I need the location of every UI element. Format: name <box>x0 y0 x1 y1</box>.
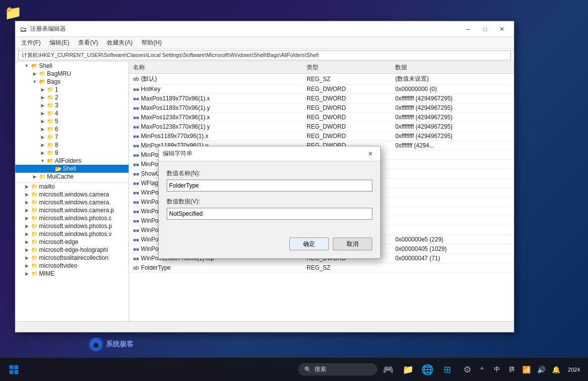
menu-edit[interactable]: 编辑(E) <box>45 38 73 48</box>
cell-data: 0x00000047 (71) <box>391 254 514 263</box>
tree-item-1[interactable]: ▶ 📁 1 <box>15 86 129 94</box>
cell-data <box>391 226 514 235</box>
tray-ime-zh[interactable]: 中 <box>491 364 503 376</box>
taskbar-right: ^ 中 拼 📶 🔊 🔔 2024 <box>476 364 588 376</box>
tree-item-6[interactable]: ▶ 📁 6 <box>15 125 129 133</box>
tray-ime-pin[interactable]: 拼 <box>506 364 518 376</box>
taskbar: 🔍 搜索 🎮 📁 🌐 ⊞ ⚙ <box>0 357 588 381</box>
tree-item-mime[interactable]: ▶ 📁 MIME <box>15 270 129 278</box>
tree-item-shell-selected[interactable]: 📂 Shell <box>15 165 129 173</box>
address-path[interactable]: 计算机\HKEY_CURRENT_USER\Software\Classes\L… <box>18 50 511 60</box>
expand-icon: ▶ <box>23 238 30 245</box>
tray-chevron[interactable]: ^ <box>476 364 488 376</box>
tree-item-mailto[interactable]: ▶ 📁 mailto <box>15 183 129 190</box>
ok-button[interactable]: 确定 <box>289 238 329 250</box>
tree-item-allfolders[interactable]: ▼ 📂 AllFolders <box>15 157 129 165</box>
cell-name: ■■MaxPos1238x770x96(1).x <box>129 113 303 122</box>
svg-rect-0 <box>9 365 13 369</box>
tree-item-shell[interactable]: ▼ 📂 Shell <box>15 62 129 70</box>
table-row[interactable]: ■■MaxPos1189x770x96(1).x REG_DWORD 0xfff… <box>129 94 514 103</box>
name-input[interactable] <box>167 180 372 191</box>
tree-item-7[interactable]: ▶ 📁 7 <box>15 133 129 141</box>
menu-view[interactable]: 查看(V) <box>74 38 102 48</box>
tree-item-2[interactable]: ▶ 📁 2 <box>15 94 129 101</box>
table-row[interactable]: ■■MaxPos1238x770x96(1).x REG_DWORD 0xfff… <box>129 113 514 122</box>
expand-icon: ▼ <box>39 157 46 164</box>
watermark: ◉ 系统极客 <box>89 337 134 351</box>
tree-item-msedge2[interactable]: ▶ 📁 microsoft-edge-holographi <box>15 246 129 254</box>
table-row[interactable]: ■■HotKey REG_DWORD 0x00000000 (0) <box>129 85 514 94</box>
tree-item-9[interactable]: ▶ 📁 9 <box>15 149 129 157</box>
menu-file[interactable]: 文件(F) <box>17 38 45 48</box>
menu-favorites[interactable]: 收藏夹(A) <box>103 38 136 48</box>
folder-icon: 📁 <box>31 183 38 190</box>
tree-item-msphotos1[interactable]: ▶ 📁 microsoft.windows.photos.c <box>15 214 129 222</box>
taskbar-icon-store[interactable]: ⊞ <box>439 361 456 379</box>
tree-label: Shell <box>39 62 52 69</box>
tree-item-mssolitaire[interactable]: ▶ 📁 microsoftsolitairecollection <box>15 254 129 262</box>
data-input[interactable] <box>167 208 372 220</box>
table-row[interactable]: ■■MinPos1189x770x96(1).x REG_DWORD 0xfff… <box>129 132 514 141</box>
folder-icon: 📁 <box>47 142 54 148</box>
tray-volume[interactable]: 🔊 <box>536 364 547 376</box>
cell-data <box>391 207 514 216</box>
folder-icon: 📁 <box>31 262 38 269</box>
taskbar-icon-folder[interactable]: 📁 <box>399 361 417 379</box>
tree-label: microsoft.windows.photos.v <box>39 231 112 238</box>
cancel-button[interactable]: 取消 <box>333 238 372 250</box>
tree-item-muicache[interactable]: ▶ 📁 MuiCache <box>15 173 129 181</box>
svg-rect-3 <box>14 370 18 374</box>
search-placeholder: 搜索 <box>315 365 326 374</box>
cell-data <box>391 150 514 160</box>
start-button[interactable] <box>5 361 23 379</box>
expand-icon: ▼ <box>31 78 38 85</box>
settings-icon: ⚙ <box>463 364 471 375</box>
data-label: 数值数据(V): <box>167 197 372 206</box>
tree-item-mscamera3[interactable]: ▶ 📁 microsoft.windows.camera.p <box>15 206 129 214</box>
tree-item-3[interactable]: ▶ 📁 3 <box>15 101 129 109</box>
tree-item-8[interactable]: ▶ 📁 8 <box>15 141 129 149</box>
menu-help[interactable]: 帮助(H) <box>137 38 166 48</box>
data-field: 数值数据(V): <box>167 197 372 220</box>
watermark-text: 系统极客 <box>106 340 134 349</box>
dialog-titlebar: 编辑字符串 ✕ <box>159 146 380 161</box>
table-row[interactable]: ■■MaxPos1238x770x96(1).y REG_DWORD 0xfff… <box>129 122 514 132</box>
tree-item-msphotos2[interactable]: ▶ 📁 microsoft.windows.photos.p <box>15 222 129 230</box>
tray-battery[interactable]: 🔔 <box>550 364 562 376</box>
table-row[interactable]: abFolderType REG_SZ <box>129 263 514 273</box>
maximize-button[interactable]: □ <box>477 23 493 35</box>
tree-label: microsoft.windows.photos.c <box>39 215 112 222</box>
tree-item-mscamera[interactable]: ▶ 📁 microsoft.windows.camera <box>15 190 129 198</box>
expand-icon: ▶ <box>23 262 30 269</box>
table-row[interactable]: ab(默认) REG_SZ (数值未设置) <box>129 74 514 85</box>
tree-item-bags[interactable]: ▼ 📂 Bags <box>15 78 129 86</box>
tree-item-5[interactable]: ▶ 📁 5 <box>15 117 129 125</box>
tray-network[interactable]: 📶 <box>521 364 533 376</box>
cell-data: 0xffffffff (4294967295) <box>391 132 514 141</box>
table-row[interactable]: ■■MaxPos1189x770x96(1).y REG_DWORD 0xfff… <box>129 103 514 113</box>
tree-item-msvideo[interactable]: ▶ 📁 microsoftvideo <box>15 262 129 270</box>
taskbar-icon-settings[interactable]: ⚙ <box>458 361 476 379</box>
taskbar-search[interactable]: 🔍 搜索 <box>298 363 377 376</box>
tree-label: microsoft.windows.camera <box>39 191 109 198</box>
desktop-folder[interactable]: 📁 <box>2 2 24 23</box>
minimize-button[interactable]: ─ <box>460 23 476 35</box>
cell-data: 0x00000405 (1029) <box>391 244 514 254</box>
tree-label: 9 <box>55 149 58 156</box>
expand-icon: ▶ <box>39 142 46 148</box>
tree-item-4[interactable]: ▶ 📁 4 <box>15 109 129 117</box>
cell-name: abFolderType <box>129 263 303 273</box>
dialog-close-button[interactable]: ✕ <box>364 149 376 159</box>
taskbar-icon-file-manager[interactable]: 🎮 <box>379 361 397 379</box>
tree-item-mscamera2[interactable]: ▶ 📁 microsoft.windows.camera. <box>15 198 129 206</box>
tree-item-bagmru[interactable]: ▶ 📁 BagMRU <box>15 70 129 78</box>
svg-rect-1 <box>14 365 18 369</box>
close-button[interactable]: ✕ <box>494 23 510 35</box>
tree-label: microsoft-edge <box>39 238 78 245</box>
clock[interactable]: 2024 <box>565 366 583 374</box>
tree-item-msphotos3[interactable]: ▶ 📁 microsoft.windows.photos.v <box>15 230 129 238</box>
folder-icon: 📁 <box>31 270 38 277</box>
taskbar-icon-edge[interactable]: 🌐 <box>419 361 437 379</box>
dialog-body: 数值名称(N): 数值数据(V): <box>159 161 380 234</box>
tree-item-msedge[interactable]: ▶ 📁 microsoft-edge <box>15 238 129 246</box>
